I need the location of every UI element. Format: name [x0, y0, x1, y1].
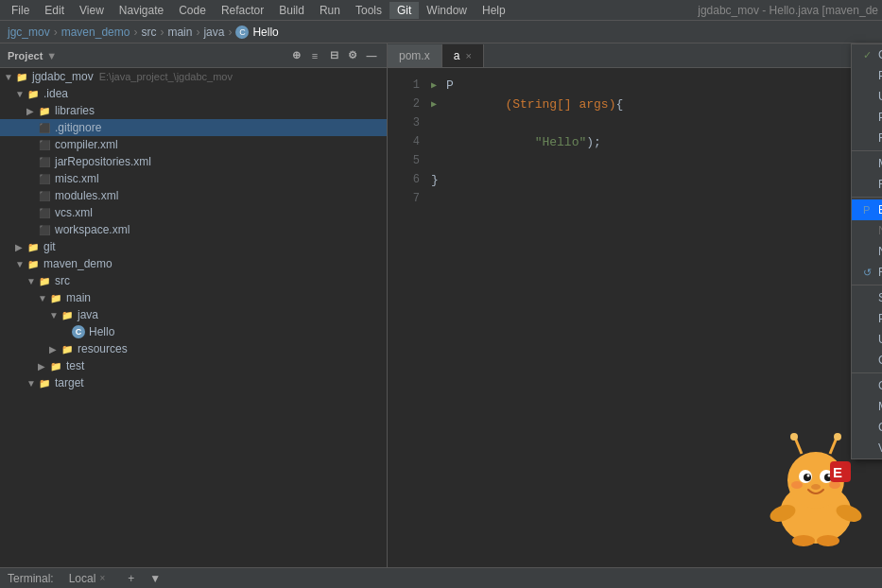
breadcrumb: jgc_mov › maven_demo › src › main › java…: [0, 21, 882, 43]
git-dropdown-menu: ✓ Commit... Ctrl+K Push... Ctrl+Shift+K …: [851, 43, 882, 459]
git-menu-vcs-operations[interactable]: VCS Operations Alt+`: [852, 438, 882, 458]
git-menu-clone[interactable]: Clone...: [852, 417, 882, 438]
breadcrumb-java[interactable]: java: [203, 26, 224, 39]
svg-point-8: [791, 481, 803, 489]
breadcrumb-maven-demo[interactable]: maven_demo: [61, 26, 130, 39]
git-menu-rebase[interactable]: Rebase...: [852, 174, 882, 195]
git-menu-commit[interactable]: ✓ Commit... Ctrl+K: [852, 44, 882, 65]
tree-workspace-xml[interactable]: ⬛ workspace.xml: [0, 221, 387, 238]
sidebar-add-icon[interactable]: ⊕: [288, 48, 303, 63]
terminal-add-button[interactable]: +: [120, 570, 142, 587]
tree-java[interactable]: ▼ 📁 java: [0, 306, 387, 323]
tree-jar-xml[interactable]: ⬛ jarRepositories.xml: [0, 153, 387, 170]
breadcrumb-main[interactable]: main: [167, 26, 192, 39]
breadcrumb-src[interactable]: src: [141, 26, 156, 39]
menu-divider-1: [852, 150, 882, 151]
git-menu-uncommitted[interactable]: Uncommitted Changes ▶: [852, 329, 882, 350]
git-menu-pull[interactable]: Pull...: [852, 107, 882, 128]
terminal-local-tab[interactable]: Local ×: [61, 570, 113, 587]
git-menu-new-tag[interactable]: New Tag...: [852, 241, 882, 262]
tree-libraries[interactable]: ▶ 📁 libraries: [0, 102, 387, 119]
menu-refactor[interactable]: Refactor: [214, 2, 271, 19]
git-menu-github[interactable]: GitHub ▶: [852, 375, 882, 396]
terminal-close-icon[interactable]: ×: [99, 573, 105, 583]
git-menu-current-file[interactable]: Current File ▶: [852, 350, 882, 371]
sidebar-settings-icon[interactable]: ⚙: [345, 48, 360, 63]
tree-misc-xml[interactable]: ⬛ misc.xml: [0, 170, 387, 187]
git-menu-push[interactable]: Push... Ctrl+Shift+K: [852, 65, 882, 86]
breadcrumb-jgc-mov[interactable]: jgc_mov: [8, 26, 50, 39]
code-line-3: 3 ▶: [388, 113, 882, 132]
code-line-1: 1 ▶ P: [388, 76, 882, 95]
tree-main[interactable]: ▼ 📁 main: [0, 289, 387, 306]
menu-tools[interactable]: Tools: [348, 2, 389, 19]
sidebar-sort-icon[interactable]: ≡: [307, 48, 322, 63]
svg-point-4: [804, 474, 811, 481]
tree-vcs-xml[interactable]: ⬛ vcs.xml: [0, 204, 387, 221]
menu-code[interactable]: Code: [171, 2, 214, 19]
menu-file[interactable]: File: [4, 2, 37, 19]
git-menu-reset-head[interactable]: ↺ Reset HEAD...: [852, 262, 882, 283]
tree-src[interactable]: ▼ 📁 src: [0, 272, 387, 289]
git-menu-patch[interactable]: Patch ▶: [852, 308, 882, 329]
xml-icon: ⬛: [38, 138, 51, 151]
run-gutter-icon[interactable]: ▶: [431, 79, 442, 91]
menu-git[interactable]: Git: [389, 2, 419, 19]
window-title: jgdabc_mov - Hello.java [maven_de: [698, 4, 878, 17]
editor-tab-pom[interactable]: pom.x: [388, 44, 442, 67]
folder-icon: 📁: [61, 342, 74, 355]
svg-point-14: [834, 433, 841, 441]
folder-icon: 📁: [15, 70, 28, 83]
sidebar: Project ▼ ⊕ ≡ ⊟ ⚙ — ▼ 📁 jgdabc_mov E:\ja…: [0, 43, 388, 567]
git-menu-fetch[interactable]: Fetch: [852, 128, 882, 148]
tree-resources[interactable]: ▶ 📁 resources: [0, 340, 387, 357]
xml-icon: ⬛: [38, 206, 51, 219]
breadcrumb-hello[interactable]: Hello: [252, 26, 278, 39]
menu-view[interactable]: View: [72, 2, 112, 19]
tree-compiler-xml[interactable]: ⬛ compiler.xml: [0, 136, 387, 153]
tree-maven-demo[interactable]: ▼ 📁 maven_demo: [0, 255, 387, 272]
menu-navigate[interactable]: Navigate: [112, 2, 171, 19]
code-line-2: 2 ▶ (String[] args) {: [388, 95, 882, 113]
sidebar-minimize-icon[interactable]: —: [364, 48, 379, 63]
svg-point-2: [799, 470, 812, 483]
tree-idea[interactable]: ▼ 📁 .idea: [0, 85, 387, 102]
menu-window[interactable]: Window: [419, 2, 475, 19]
run-gutter-icon[interactable]: ▶: [431, 98, 442, 110]
menu-run[interactable]: Run: [312, 2, 348, 19]
tab-close-icon[interactable]: ×: [465, 50, 471, 61]
checkmark-icon: ✓: [863, 49, 878, 61]
tree-modules-xml[interactable]: ⬛ modules.xml: [0, 187, 387, 204]
tree-root[interactable]: ▼ 📁 jgdabc_mov E:\java_project_\jgdabc_m…: [0, 68, 387, 85]
menu-build[interactable]: Build: [271, 2, 312, 19]
tree-test[interactable]: ▶ 📁 test: [0, 357, 387, 374]
code-line-4: 4 ▶ "Hello");: [388, 132, 882, 151]
menu-edit[interactable]: Edit: [37, 2, 72, 19]
tree-gitignore[interactable]: ⬛ .gitignore: [0, 119, 387, 136]
svg-point-3: [820, 470, 833, 483]
sidebar-filter-icon[interactable]: ⊟: [326, 48, 341, 63]
tree-target[interactable]: ▼ 📁 target: [0, 374, 387, 391]
editor-tab-a[interactable]: a ×: [442, 44, 484, 67]
code-line-6: 6 }: [388, 170, 882, 189]
xml-icon: ⬛: [38, 223, 51, 236]
svg-point-0: [780, 483, 852, 544]
git-menu-manage-remotes[interactable]: Manage Remotes...: [852, 396, 882, 417]
git-menu-show-log[interactable]: Show Git Log: [852, 287, 882, 308]
tree-git[interactable]: ▶ 📁 git: [0, 238, 387, 255]
terminal-chevron-icon[interactable]: ▼: [149, 572, 161, 585]
svg-point-7: [828, 475, 831, 477]
java-class-icon: C: [235, 26, 249, 39]
git-menu-merge[interactable]: Merge...: [852, 153, 882, 174]
svg-line-13: [830, 438, 837, 454]
menu-help[interactable]: Help: [475, 2, 513, 19]
terminal-label: Terminal:: [8, 572, 54, 585]
git-menu-update[interactable]: Update Project... Ctrl+T: [852, 86, 882, 107]
svg-point-12: [790, 433, 798, 441]
svg-point-15: [768, 502, 798, 526]
folder-icon: 📁: [38, 104, 51, 117]
tree-hello[interactable]: C Hello: [0, 323, 387, 340]
svg-point-1: [787, 452, 844, 509]
code-line-5: 5: [388, 151, 882, 170]
git-menu-branches[interactable]: P Branches... Ctrl+Shift+`: [852, 199, 882, 220]
